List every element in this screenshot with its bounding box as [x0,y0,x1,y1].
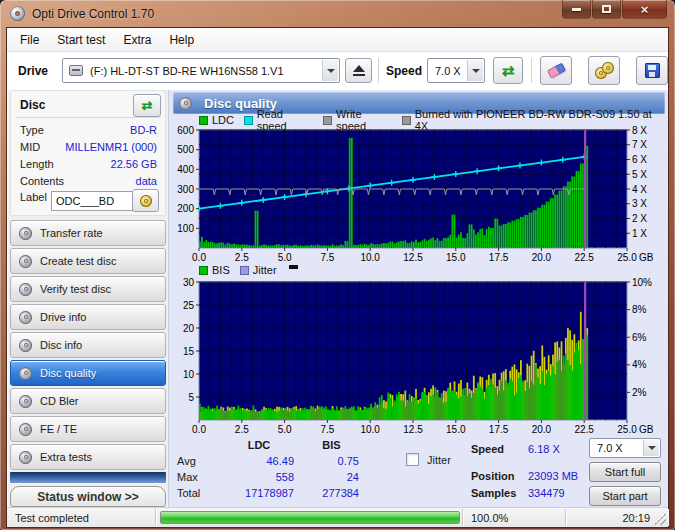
refresh-button[interactable]: ⇄ [493,57,523,84]
svg-text:1 X: 1 X [632,228,647,239]
svg-text:2%: 2% [632,387,647,398]
svg-text:100: 100 [177,223,194,234]
stat-ldc-value: 17178987 [224,487,294,499]
erase-disc-button[interactable] [540,56,572,85]
svg-text:4%: 4% [632,359,647,370]
stat-bis-value: 24 [304,471,359,483]
sidebar-item-cd-bler[interactable]: CD Bler [10,388,166,414]
label-row: Label [20,191,161,215]
start-part-button[interactable]: Start part [589,486,661,506]
drive-label: Drive [18,64,48,78]
disc-panel-title: Disc [20,98,45,112]
save-button[interactable] [636,56,668,85]
sidebar-item-disc-quality[interactable]: Disc quality [10,360,166,386]
stat-ldc-value: 46.49 [224,455,294,467]
legend-item: LDC [199,114,234,126]
svg-text:8%: 8% [632,304,647,315]
field-label: MID [20,141,40,153]
eject-button[interactable] [345,58,372,83]
field-label: Contents [20,175,64,187]
speed-select-value: 7.0 X [435,65,461,77]
svg-text:0.0: 0.0 [192,424,206,435]
save-floppy-icon [645,63,660,78]
svg-text:0.0: 0.0 [192,252,206,263]
svg-text:10.0: 10.0 [360,252,380,263]
sidebar-item-verify-test-disc[interactable]: Verify test disc [10,276,166,302]
toolbar-separator [531,58,532,83]
title-bar[interactable]: Opti Drive Control 1.70 × [0,0,675,28]
speed-stat-label: Speed [471,443,504,455]
speed-select[interactable]: 7.0 X [427,58,485,83]
svg-text:20: 20 [183,323,195,334]
close-button[interactable]: × [622,0,667,19]
maximize-button[interactable] [592,0,621,19]
divider [15,117,161,118]
disc-icon [19,283,32,296]
menu-item-file[interactable]: File [11,28,48,51]
menu-item-extra[interactable]: Extra [114,28,160,51]
position-stat-value: 23093 MB [528,470,578,482]
drive-icon [69,65,83,76]
disc-icon [19,423,32,436]
drive-select-arrow[interactable] [322,60,338,81]
jitter-checkbox[interactable] [406,453,419,466]
test-speed-select-arrow[interactable] [643,440,659,456]
svg-text:5.0: 5.0 [278,424,292,435]
disc-refresh-button[interactable]: ⇄ [133,94,161,117]
write-label-button[interactable] [132,189,159,212]
disc-icon [19,311,32,324]
resize-grip[interactable] [654,513,666,525]
disc-tools-button[interactable] [588,56,620,85]
sidebar-item-create-test-disc[interactable]: Create test disc [10,248,166,274]
start-full-button[interactable]: Start full [589,462,661,482]
progress-bar [160,511,460,524]
svg-text:5: 5 [188,392,194,403]
menu-item-help[interactable]: Help [160,28,203,51]
legend-item: BIS [199,264,230,276]
end-of-disc-marker [584,282,586,420]
svg-text:2.5: 2.5 [235,252,249,263]
chevron-down-icon [648,446,656,450]
field-label: Length [20,158,54,170]
drive-select[interactable]: (F:) HL-DT-ST BD-RE WH16NS58 1.V1 [62,58,340,83]
app-disc-icon [10,6,25,21]
field-value: BD-R [130,124,157,136]
sidebar-item-transfer-rate[interactable]: Transfer rate [10,220,166,246]
sidebar-item-label: CD Bler [40,395,79,407]
position-stat-label: Position [471,470,514,482]
test-speed-select[interactable]: 7.0 X [589,438,661,458]
close-icon: × [641,3,649,16]
chart1-legend: LDCRead speedWrite speedBurned with PION… [199,114,668,126]
disc-icon [19,227,32,240]
minimize-button[interactable] [562,0,591,19]
bis-column-header: BIS [304,439,359,451]
svg-text:15.0: 15.0 [446,424,466,435]
label-caption: Label [20,191,47,203]
field-label: Type [20,124,44,136]
svg-text:600: 600 [177,126,194,136]
gold-disc-icon [602,62,614,74]
speed-select-arrow[interactable] [467,60,483,81]
disc-icon [19,395,32,408]
client-area: FileStart testExtraHelp Drive (F:) HL-DT… [7,28,668,527]
svg-text:2 X: 2 X [632,213,647,224]
speed-stat-value: 6.18 X [528,443,560,455]
legend-label: Jitter [253,264,277,276]
svg-text:3 X: 3 X [632,198,647,209]
disc-quality-icon [179,97,192,110]
svg-text:10: 10 [183,369,195,380]
sidebar-item-drive-info[interactable]: Drive info [10,304,166,330]
sidebar-item-label: Transfer rate [40,227,103,239]
svg-text:20.0: 20.0 [532,424,552,435]
sidebar-item-extra-tests[interactable]: Extra tests [10,444,166,470]
sidebar-item-label: Extra tests [40,451,92,463]
sidebar-item-fe-te[interactable]: FE / TE [10,416,166,442]
maximize-icon [602,5,611,13]
status-window-button[interactable]: Status window >> [10,486,166,507]
svg-text:17.5: 17.5 [489,424,509,435]
disc-icon [19,255,32,268]
menu-item-start-test[interactable]: Start test [48,28,114,51]
disc-label-input[interactable] [51,191,133,211]
legend-swatch [240,266,249,275]
sidebar-item-disc-info[interactable]: Disc info [10,332,166,358]
